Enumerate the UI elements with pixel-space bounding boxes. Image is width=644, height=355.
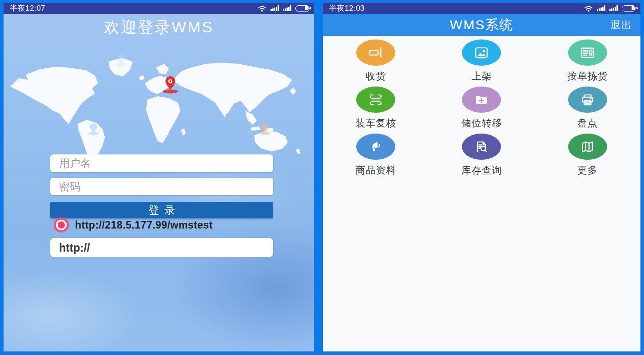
menu-item-label: 库存查询 xyxy=(461,164,502,177)
signal-icon xyxy=(270,5,279,11)
username-input[interactable] xyxy=(50,154,273,172)
menu-item-label: 更多 xyxy=(577,164,598,177)
menu-item-label: 上架 xyxy=(471,70,492,83)
menu-item-label: 储位转移 xyxy=(461,117,502,130)
menu-item-megaphone[interactable]: 商品资料 xyxy=(323,130,429,177)
server-radio[interactable] xyxy=(54,217,69,233)
welcome-title: 欢迎登录WMS xyxy=(4,17,314,38)
status-time: 半夜12:03 xyxy=(329,3,365,13)
wifi-icon xyxy=(584,5,593,12)
receive-icon xyxy=(356,39,395,66)
menu-item-scan[interactable]: 装车复核 xyxy=(323,83,429,130)
login-screen: 半夜12:07 欢迎登录WMS xyxy=(4,3,314,351)
status-icons xyxy=(258,5,310,12)
menu-item-label: 盘点 xyxy=(577,117,598,130)
status-bar: 半夜12:03 xyxy=(323,3,640,14)
doc-search-icon xyxy=(462,134,501,160)
signal-icon xyxy=(609,5,618,11)
menu-grid: 收货 上架 按单拣货 装车复核 储位转移 盘点 商品资料 xyxy=(323,36,640,177)
menu-item-doc-search[interactable]: 库存查询 xyxy=(429,130,534,177)
printer-icon xyxy=(568,87,607,113)
exit-button[interactable]: 退出 xyxy=(610,14,632,36)
password-input[interactable] xyxy=(50,178,273,195)
menu-item-label: 收货 xyxy=(366,70,386,83)
status-bar: 半夜12:07 xyxy=(4,3,314,14)
app-header: WMS系统 退出 xyxy=(323,14,640,36)
image-icon xyxy=(462,39,501,66)
menu-item-label: 按单拣货 xyxy=(567,70,608,83)
login-button[interactable]: 登录 xyxy=(50,202,273,218)
battery-icon xyxy=(622,5,636,12)
status-icons xyxy=(584,5,636,12)
menu-item-image[interactable]: 上架 xyxy=(429,36,534,83)
app-title: WMS系统 xyxy=(450,16,513,34)
menu-item-folder-plus[interactable]: 储位转移 xyxy=(429,83,534,130)
menu-item-certificate[interactable]: 按单拣货 xyxy=(535,36,640,83)
certificate-icon xyxy=(568,39,607,66)
world-map xyxy=(4,44,314,155)
server-url-input[interactable] xyxy=(50,238,273,257)
signal-icon xyxy=(597,5,605,11)
signal-icon xyxy=(283,5,291,11)
server-option-row: http://218.5.177.99/wmstest xyxy=(54,217,213,233)
menu-item-printer[interactable]: 盘点 xyxy=(535,83,640,130)
folder-plus-icon xyxy=(462,87,501,113)
menu-item-map[interactable]: 更多 xyxy=(535,130,640,177)
menu-item-label: 商品资料 xyxy=(355,164,396,177)
status-time: 半夜12:07 xyxy=(10,3,45,13)
scan-icon xyxy=(356,87,395,113)
menu-item-label: 装车复核 xyxy=(355,117,396,130)
megaphone-icon xyxy=(356,134,395,160)
server-url-label[interactable]: http://218.5.177.99/wmstest xyxy=(75,219,213,231)
map-icon xyxy=(568,134,607,160)
wifi-icon xyxy=(258,5,266,12)
battery-icon xyxy=(295,5,310,12)
menu-item-receive[interactable]: 收货 xyxy=(323,36,429,83)
main-menu-screen: 半夜12:03 WMS系统 退出 收货 上架 按单拣货 xyxy=(323,3,640,351)
